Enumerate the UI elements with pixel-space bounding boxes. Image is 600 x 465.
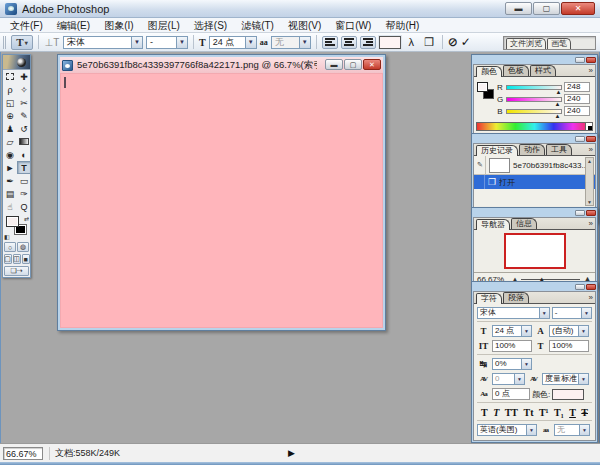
char-font-family-select[interactable]: 宋体 ▼ xyxy=(477,307,550,319)
blur-tool-icon[interactable]: ◉ xyxy=(3,148,17,161)
character-panel-window[interactable]: 字符 段落 » 宋体 ▼ - ▼ T 24 点 ▼ xyxy=(471,281,598,443)
pen-tool-icon[interactable]: ✒ xyxy=(3,174,17,187)
dodge-tool-icon[interactable]: ◐ xyxy=(17,148,31,161)
fullscreen-button[interactable]: ■ xyxy=(22,254,30,264)
snapshot-thumbnail[interactable] xyxy=(489,158,510,173)
shape-tool-icon[interactable]: ▭ xyxy=(17,174,31,187)
panel-minimize-icon[interactable] xyxy=(575,136,585,142)
green-value-field[interactable]: 240 xyxy=(564,94,590,104)
history-state-row-open[interactable]: ❐ 打开 xyxy=(474,175,595,189)
tab-color[interactable]: 颜色 xyxy=(476,66,502,77)
swap-colors-icon[interactable]: ⇄ xyxy=(24,215,29,222)
kerning-select[interactable]: 0 ▼ xyxy=(492,373,525,385)
small-caps-button[interactable]: Tt xyxy=(523,407,533,418)
tab-brushes[interactable]: 画笔 xyxy=(547,38,571,49)
menu-help[interactable]: 帮助(H) xyxy=(378,18,426,33)
path-selection-tool-icon[interactable]: ► xyxy=(3,161,17,174)
history-scrollbar[interactable]: ▲ ▼ xyxy=(585,157,594,206)
chevron-down-icon[interactable]: ▼ xyxy=(581,308,591,318)
anti-alias-select[interactable]: 无 ▼ xyxy=(271,36,311,49)
tab-navigator[interactable]: 导航器 xyxy=(476,219,510,230)
quick-mask-mode-button[interactable]: ◍ xyxy=(17,242,29,252)
warp-text-icon[interactable]: λ xyxy=(404,36,419,48)
document-window[interactable]: 5e70b6391fb8c4339397766f8a422171.png @ 6… xyxy=(57,54,386,331)
healing-brush-tool-icon[interactable]: ⊕ xyxy=(3,109,17,122)
doc-restore-button[interactable]: ▢ xyxy=(344,59,362,70)
open-state-label[interactable]: 打开 xyxy=(499,177,595,188)
faux-italic-button[interactable]: T xyxy=(493,407,499,418)
panel-close-icon[interactable] xyxy=(586,210,596,216)
panel-close-icon[interactable] xyxy=(586,284,596,290)
char-size-select[interactable]: 24 点 ▼ xyxy=(492,325,532,337)
menu-window[interactable]: 窗口(W) xyxy=(328,18,378,33)
type-tool-icon[interactable]: T xyxy=(17,161,31,174)
color-panel-window[interactable]: 颜色 色板 样式 » R ▲ 248 G ▲ 240 xyxy=(471,54,598,136)
proportional-spacing-select[interactable]: 0% ▼ xyxy=(492,358,532,370)
strikethrough-button[interactable]: Ŧ xyxy=(581,407,588,418)
menu-file[interactable]: 文件(F) xyxy=(3,18,50,33)
history-brush-source-cell[interactable] xyxy=(474,175,485,189)
chevron-down-icon[interactable]: ▼ xyxy=(521,359,531,369)
clone-stamp-tool-icon[interactable]: ♟ xyxy=(3,122,17,135)
color-panel-titlebar[interactable] xyxy=(473,56,596,64)
tab-file-browser[interactable]: 文件浏览 xyxy=(506,38,546,49)
panel-close-icon[interactable] xyxy=(586,136,596,142)
font-size-select[interactable]: 24 点 ▼ xyxy=(209,36,257,49)
all-caps-button[interactable]: TT xyxy=(505,407,518,418)
tab-tool-presets[interactable]: 工具 xyxy=(546,144,572,155)
history-brush-source-icon[interactable]: ✎ xyxy=(475,156,486,174)
navigator-proxy-view[interactable] xyxy=(504,233,566,269)
document-canvas[interactable] xyxy=(60,73,383,328)
history-panel-titlebar[interactable] xyxy=(473,135,596,143)
minimize-button[interactable]: ▬ xyxy=(505,2,532,15)
tab-history[interactable]: 历史记录 xyxy=(476,145,518,156)
language-select[interactable]: 英语(美国) ▼ xyxy=(477,424,537,436)
zoom-tool-icon[interactable]: Q xyxy=(17,200,31,213)
tab-swatches[interactable]: 色板 xyxy=(503,65,529,76)
foreground-color-swatch[interactable] xyxy=(6,216,19,227)
zoom-slider[interactable]: ▲ xyxy=(521,279,580,280)
tab-styles[interactable]: 样式 xyxy=(530,65,556,76)
commit-edits-button[interactable]: ✓ xyxy=(461,35,471,49)
navigator-panel-window[interactable]: 导航器 信息 » 66.67% ▲ ▲ ▲ xyxy=(471,207,598,288)
maximize-button[interactable]: ▢ xyxy=(533,2,560,15)
font-style-select[interactable]: - ▼ xyxy=(146,36,188,49)
color-spectrum-ramp[interactable] xyxy=(476,122,593,131)
fullscreen-menubar-button[interactable]: ◫ xyxy=(13,254,21,264)
gradient-tool-icon[interactable] xyxy=(17,135,31,148)
underline-button[interactable]: T xyxy=(569,407,576,418)
panel-menu-icon[interactable]: » xyxy=(589,66,593,75)
default-colors-icon[interactable]: ◧ xyxy=(4,233,10,240)
tab-actions[interactable]: 动作 xyxy=(519,144,545,155)
scroll-up-icon[interactable]: ▲ xyxy=(587,158,592,164)
horizontal-scale-field[interactable]: 100% xyxy=(549,340,589,352)
menu-layer[interactable]: 图层(L) xyxy=(141,18,187,33)
tab-info[interactable]: 信息 xyxy=(511,218,537,229)
toggle-palettes-icon[interactable]: ❒ xyxy=(422,36,437,49)
tab-character[interactable]: 字符 xyxy=(476,293,502,304)
font-family-select[interactable]: 宋体 ▼ xyxy=(63,36,143,49)
brush-tool-icon[interactable]: ✎ xyxy=(17,109,31,122)
chevron-down-icon[interactable]: ▼ xyxy=(176,37,187,48)
statusbar-menu-arrow-icon[interactable]: ▶ xyxy=(288,448,295,458)
panel-minimize-icon[interactable] xyxy=(575,57,585,63)
navigator-panel-titlebar[interactable] xyxy=(473,209,596,217)
char-anti-alias-select[interactable]: 无 ▼ xyxy=(554,424,590,436)
chevron-down-icon[interactable]: ▼ xyxy=(578,326,588,336)
tracking-select[interactable]: 度量标准 ▼ xyxy=(542,373,589,385)
eraser-tool-icon[interactable]: ▱ xyxy=(3,135,17,148)
char-font-style-select[interactable]: - ▼ xyxy=(552,307,592,319)
panel-menu-icon[interactable]: » xyxy=(589,293,593,302)
notes-tool-icon[interactable]: ▤ xyxy=(3,187,17,200)
green-slider[interactable]: ▲ xyxy=(506,97,562,102)
chevron-down-icon[interactable]: ▼ xyxy=(299,37,310,48)
red-slider[interactable]: ▲ xyxy=(506,85,562,90)
text-orientation-icon[interactable]: ⊥T xyxy=(44,37,60,48)
character-panel-titlebar[interactable] xyxy=(473,283,596,291)
char-color-swatch[interactable] xyxy=(552,389,584,400)
slice-tool-icon[interactable]: ✂ xyxy=(17,96,31,109)
tab-paragraph[interactable]: 段落 xyxy=(503,292,529,303)
leading-select[interactable]: (自动) ▼ xyxy=(549,325,589,337)
options-grip[interactable] xyxy=(3,36,6,49)
hand-tool-icon[interactable]: ☝ xyxy=(3,200,17,213)
